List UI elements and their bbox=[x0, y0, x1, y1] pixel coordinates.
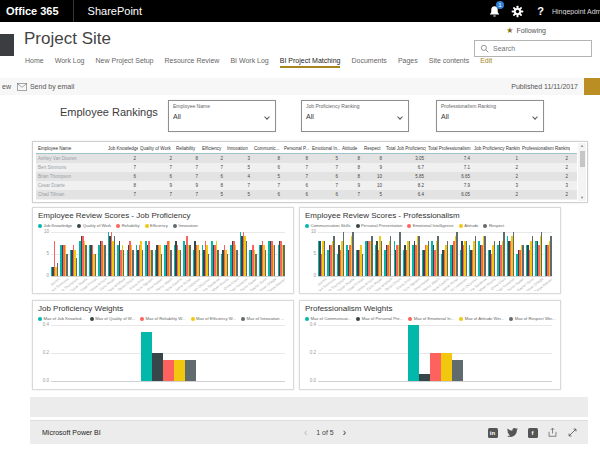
legend-item[interactable]: Communication Skills bbox=[305, 223, 351, 228]
share-button[interactable] bbox=[547, 427, 558, 438]
legend-item[interactable]: Max of Job Knowled... bbox=[38, 316, 85, 321]
bar[interactable] bbox=[437, 236, 438, 276]
legend-item[interactable]: Max of Emotional In... bbox=[408, 316, 454, 321]
bar[interactable] bbox=[246, 241, 247, 276]
nav-item-bi-work-log[interactable]: BI Work Log bbox=[230, 57, 268, 68]
legend-item[interactable]: Max of Respect Wei... bbox=[509, 316, 555, 321]
bar[interactable] bbox=[381, 241, 382, 276]
account-menu[interactable]: Hingepoint Adm bbox=[552, 8, 600, 15]
scroll-up-icon[interactable]: ▲ bbox=[578, 143, 586, 149]
bar[interactable] bbox=[199, 250, 200, 276]
nav-item-pages[interactable]: Pages bbox=[398, 57, 418, 68]
bar[interactable] bbox=[283, 245, 284, 276]
legend-item[interactable]: Max of Quality of W... bbox=[90, 316, 135, 321]
legend-item[interactable]: Max of Personal Pre... bbox=[356, 316, 403, 321]
legend-item[interactable]: Personal Presentation bbox=[356, 223, 403, 228]
view-command-fragment[interactable]: ew bbox=[0, 83, 17, 90]
bar[interactable] bbox=[522, 245, 523, 276]
bar[interactable] bbox=[174, 360, 185, 381]
nav-item-resource-review[interactable]: Resource Review bbox=[165, 57, 220, 68]
bar[interactable] bbox=[189, 245, 190, 276]
nav-item-site-contents[interactable]: Site contents bbox=[429, 57, 469, 68]
bar[interactable] bbox=[343, 232, 344, 276]
table-row[interactable]: Chad Tillman77755666756.46.0522 bbox=[36, 190, 577, 199]
table-scrollbar[interactable]: ▲ ▼ bbox=[578, 143, 586, 201]
legend-item[interactable]: Quality of Work bbox=[77, 223, 111, 228]
bar[interactable] bbox=[217, 250, 218, 276]
bar[interactable] bbox=[484, 236, 485, 276]
bar[interactable] bbox=[123, 250, 124, 276]
bar[interactable] bbox=[170, 250, 171, 276]
bar[interactable] bbox=[418, 236, 419, 276]
help-button[interactable]: ? bbox=[529, 0, 552, 22]
legend-item[interactable]: Reliability bbox=[116, 223, 139, 228]
scrollbar-thumb[interactable] bbox=[580, 151, 585, 167]
bar[interactable] bbox=[265, 250, 266, 276]
bar[interactable] bbox=[142, 250, 143, 276]
bar[interactable] bbox=[390, 236, 391, 276]
bar[interactable] bbox=[430, 353, 441, 381]
legend-item[interactable]: Emotional Intelligence bbox=[407, 223, 453, 228]
legend-item[interactable]: Respect bbox=[483, 223, 504, 228]
bar[interactable] bbox=[180, 250, 181, 276]
bar[interactable] bbox=[57, 263, 58, 276]
bar[interactable] bbox=[541, 232, 542, 276]
bar[interactable] bbox=[362, 254, 363, 276]
bar[interactable] bbox=[333, 236, 334, 276]
fullscreen-button[interactable] bbox=[567, 427, 578, 438]
twitter-button[interactable] bbox=[507, 427, 518, 438]
send-by-email-button[interactable]: Send by email bbox=[17, 83, 74, 91]
powerbi-brand[interactable]: Microsoft Power BI bbox=[30, 429, 101, 436]
bar[interactable] bbox=[185, 360, 196, 381]
bar[interactable] bbox=[85, 245, 86, 276]
bar[interactable] bbox=[104, 245, 105, 276]
bar[interactable] bbox=[163, 360, 174, 381]
bar[interactable] bbox=[352, 232, 353, 276]
bar[interactable] bbox=[95, 254, 96, 276]
nav-item-documents[interactable]: Documents bbox=[351, 57, 386, 68]
table-row[interactable]: Brian Thompson667645768105.856.6522 bbox=[36, 172, 577, 181]
bar[interactable] bbox=[408, 325, 419, 381]
linkedin-button[interactable]: in bbox=[487, 427, 498, 438]
bar[interactable] bbox=[466, 241, 467, 276]
bar[interactable] bbox=[503, 232, 504, 276]
bar[interactable] bbox=[441, 353, 452, 381]
bar[interactable] bbox=[428, 241, 429, 276]
bar[interactable] bbox=[161, 254, 162, 276]
bar[interactable] bbox=[152, 353, 163, 381]
edit-page-button[interactable] bbox=[584, 78, 600, 95]
nav-item-home[interactable]: Home bbox=[25, 57, 44, 68]
legend-item[interactable]: Job Knowledge bbox=[38, 223, 72, 228]
scroll-down-icon[interactable]: ▼ bbox=[578, 195, 586, 201]
table-row[interactable]: Clarence Allison78877888897.358.1523 bbox=[36, 199, 577, 200]
bar[interactable] bbox=[141, 332, 152, 381]
bar[interactable] bbox=[371, 236, 372, 276]
bar[interactable] bbox=[550, 236, 551, 276]
table-row[interactable]: Bert Simmons77775677896.77.122 bbox=[36, 163, 577, 172]
nav-item-bi-project-matching[interactable]: BI Project Matching bbox=[280, 57, 341, 68]
legend-item[interactable]: Attitude bbox=[459, 223, 479, 228]
legend-item[interactable]: Innovation bbox=[173, 223, 198, 228]
site-logo[interactable] bbox=[0, 34, 14, 56]
bar[interactable] bbox=[66, 254, 67, 276]
legend-item[interactable]: Max of Efficiency W... bbox=[191, 316, 236, 321]
follow-button[interactable]: ★ Following bbox=[506, 26, 546, 35]
nav-item-work-log[interactable]: Work Log bbox=[55, 57, 85, 68]
bar[interactable] bbox=[532, 236, 533, 276]
bar[interactable] bbox=[399, 232, 400, 276]
bar[interactable] bbox=[208, 254, 209, 276]
legend-item[interactable]: Max of Attitude Wei... bbox=[459, 316, 504, 321]
slicer-dropdown[interactable]: All bbox=[173, 113, 271, 120]
bar[interactable] bbox=[255, 254, 256, 276]
prev-page-icon[interactable]: ‹ bbox=[304, 427, 307, 438]
bar[interactable] bbox=[236, 250, 237, 276]
bar[interactable] bbox=[419, 374, 430, 381]
notifications-button[interactable]: 1 bbox=[483, 0, 506, 22]
table-row[interactable]: Cesar Duarte899877679108.27.933 bbox=[36, 181, 577, 190]
bar[interactable] bbox=[456, 232, 457, 276]
nav-item-new-project-setup[interactable]: New Project Setup bbox=[96, 57, 154, 68]
legend-item[interactable]: Max of Communicat... bbox=[305, 316, 351, 321]
bar[interactable] bbox=[151, 250, 152, 276]
next-page-icon[interactable]: › bbox=[343, 427, 346, 438]
settings-button[interactable] bbox=[506, 0, 529, 22]
